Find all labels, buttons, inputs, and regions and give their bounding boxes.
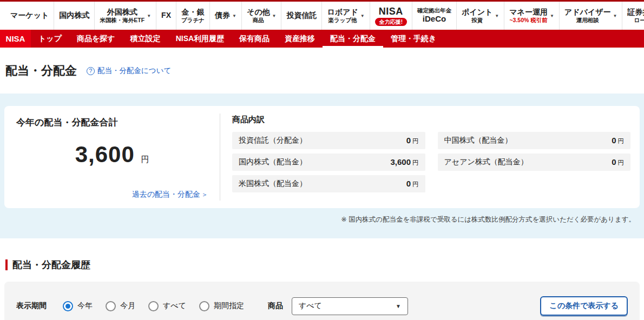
radio-custom-period[interactable]: 期間指定 [199,301,244,311]
product-breakdown-panel: 商品内訳 投資信託（分配金） 0円 国内株式（配当金） 3,600円 米国株式（… [220,106,640,208]
nisa-tab-find-products[interactable]: 商品を探す [69,30,123,48]
nav-sublabel: ローン [634,17,644,24]
product-filter-label: 商品 [268,301,283,311]
breakdown-row-us-stocks: 米国株式（配当金） 0円 [232,175,425,192]
nisa-nav: NISA トップ 商品を探す 積立設定 NISA利用履歴 保有商品 資産推移 配… [0,30,644,48]
summary-total-title: 今年の配当・分配金合計 [16,116,208,129]
nav-item-other-products[interactable]: その他 商品 ▼ [241,2,281,30]
chevron-right-icon: ＞ [201,191,208,198]
past-dividends-link-label: 過去の配当・分配金 [132,190,200,198]
period-filter-label: 表示期間 [16,301,47,311]
chevron-down-icon: ▼ [360,14,365,18]
history-section-header: 配当・分配金履歴 [5,258,644,271]
nav-item-ideco[interactable]: 確定拠出年金 iDeCo [412,2,456,30]
summary-amount-unit: 円 [141,155,149,164]
nav-label: 確定拠出年金 [417,7,451,14]
nav-item-roboad[interactable]: ロボアド 楽ラップ他 ▼ [321,2,369,30]
radio-label: 期間指定 [214,301,244,311]
breakdown-label: 投資信託（分配金） [239,136,307,145]
help-icon: ? [87,67,95,75]
nav-label: 金・銀 [181,8,204,17]
nav-item-point-invest[interactable]: ポイント 投資 ▼ [456,2,504,30]
nav-item-market[interactable]: マーケット [5,2,54,30]
nav-label: FX [161,11,171,21]
nav-item-bonds[interactable]: 債券 ▼ [209,2,241,30]
nav-item-money-management[interactable]: マネー運用 ~3.50% 税引前 ▼ [504,2,559,30]
history-filter-bar: 表示期間 今年 今月 すべて 期間指定 商品 すべて ▼ この条件で表示する [4,282,640,320]
nav-item-advisor[interactable]: アドバイザー 運用相談 ▼ [559,2,622,30]
page-header: 配当・分配金 ? 配当・分配金について [5,63,644,79]
tax-note: ※ 国内株式の配当金を非課税で受取るには株式数比例配分方式を選択いただく必要があ… [4,208,640,224]
radio-button-icon[interactable] [199,301,209,311]
breakdown-column-1: 投資信託（分配金） 0円 国内株式（配当金） 3,600円 米国株式（配当金） … [232,132,425,197]
nav-sublabel: iDeCo [423,14,446,24]
nisa-tab-holdings[interactable]: 保有商品 [232,30,277,48]
period-radio-group: 今年 今月 すべて 期間指定 [63,301,244,311]
global-nav: マーケット 国内株式 外国株式 米国株・海外ETF ▼ FX 金・銀 プラチナ … [0,2,644,30]
nav-item-investment-trust[interactable]: 投資信託 [281,2,321,30]
nav-label: 投資信託 [286,11,317,21]
help-link-label: 配当・分配金について [97,66,171,76]
breakdown-label: アセアン株式（配当金） [444,157,528,167]
summary-card: 今年の配当・分配金合計 3,600 円 過去の配当・分配金＞ 商品内訳 投資信託… [4,106,640,208]
nav-label: マネー運用 [509,8,548,17]
breakdown-value: 0円 [612,157,624,167]
radio-button-icon[interactable] [63,301,73,311]
nisa-support-badge: 全力応援! [375,18,407,26]
radio-button-icon[interactable] [148,301,159,311]
breakdown-value: 0円 [406,136,419,145]
apply-filter-button[interactable]: この条件で表示する [540,296,628,316]
nisa-tab-admin-procedures[interactable]: 管理・手続き [383,30,444,48]
nav-label: その他 [247,8,270,17]
nav-label: ロボアド [327,8,358,17]
nav-label: ポイント [462,8,492,17]
summary-total-panel: 今年の配当・分配金合計 3,600 円 過去の配当・分配金＞ [4,106,220,208]
nav-sublabel-rate: ~3.50% 税引前 [509,17,547,24]
nav-item-nisa[interactable]: NISA 全力応援! [370,2,412,30]
radio-this-month[interactable]: 今月 [106,301,135,311]
summary-section: 今年の配当・分配金合計 3,600 円 過去の配当・分配金＞ 商品内訳 投資信託… [0,94,644,238]
radio-button-icon[interactable] [106,301,116,311]
history-section-title: 配当・分配金履歴 [12,258,90,271]
breakdown-title: 商品内訳 [232,115,630,125]
nav-label: 外国株式 [107,8,137,17]
summary-amount-value: 3,600 [75,142,135,167]
nav-item-foreign-stocks[interactable]: 外国株式 米国株・海外ETF ▼ [94,2,156,30]
nav-item-securities-loan[interactable]: 証券担保 ローン [622,2,644,30]
nisa-tab-dividends[interactable]: 配当・分配金 [323,30,383,48]
nav-item-domestic-stocks[interactable]: 国内株式 [54,2,94,30]
radio-this-year[interactable]: 今年 [63,301,93,311]
breakdown-value: 0円 [406,179,419,189]
product-select-value: すべて [299,301,322,311]
chevron-down-icon: ▼ [396,303,401,309]
nisa-nav-brand: NISA [0,30,31,48]
nav-label: マーケット [10,11,49,21]
nav-label: 証券担保 [627,8,644,17]
radio-label: すべて [163,301,186,311]
section-accent-bar [5,259,8,270]
nav-sublabel: 米国株・海外ETF [100,17,144,24]
nisa-tab-usage-history[interactable]: NISA利用履歴 [168,30,232,48]
product-select[interactable]: すべて ▼ [292,297,408,315]
breakdown-row-china-stocks: 中国株式（配当金） 0円 [438,132,631,149]
breakdown-label: 国内株式（配当金） [239,157,307,167]
chevron-down-icon: ▼ [147,14,151,18]
nav-sublabel: 楽ラップ他 [328,17,357,24]
nav-label: アドバイザー [564,8,611,17]
summary-amount: 3,600 円 [16,142,208,168]
dividends-help-link[interactable]: ? 配当・分配金について [87,66,171,76]
nav-item-fx[interactable]: FX [156,2,176,30]
radio-all[interactable]: すべて [148,301,186,311]
radio-label: 今月 [120,301,135,311]
nav-label: NISA [379,5,403,18]
past-dividends-link[interactable]: 過去の配当・分配金＞ [16,190,208,199]
nisa-tab-accumulation-settings[interactable]: 積立設定 [123,30,168,48]
nisa-tab-asset-trend[interactable]: 資産推移 [277,30,323,48]
nisa-tab-top[interactable]: トップ [31,30,69,48]
breakdown-label: 米国株式（配当金） [239,179,307,189]
nav-sublabel: 商品 [253,17,264,24]
nav-item-gold-platinum[interactable]: 金・銀 プラチナ [176,2,209,30]
chevron-down-icon: ▼ [613,14,617,18]
chevron-down-icon: ▼ [495,14,499,18]
breakdown-label: 中国株式（配当金） [444,136,512,145]
